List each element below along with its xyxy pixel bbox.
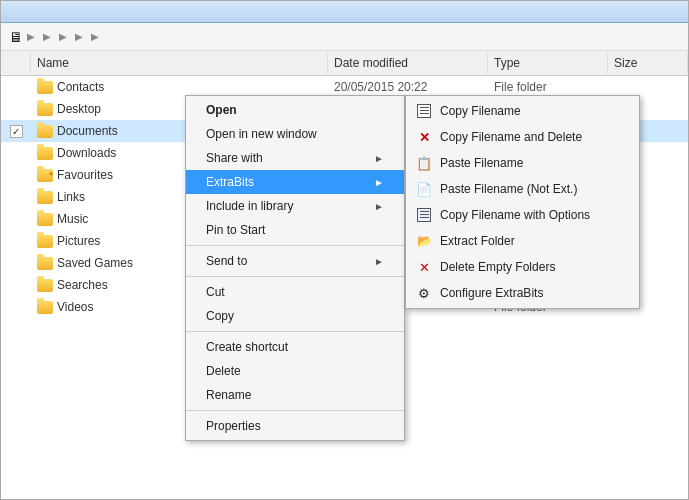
row-name-text: Searches (57, 278, 108, 292)
menu-label: Send to (206, 254, 247, 268)
row-checkbox[interactable] (1, 173, 31, 177)
extrabits-item-paste-noext[interactable]: 📄 Paste Filename (Not Ext.) (406, 176, 639, 202)
menu-label: ExtraBits (206, 175, 254, 189)
menu-label: Properties (206, 419, 261, 433)
menu-separator (186, 331, 404, 332)
row-name-text: Desktop (57, 102, 101, 116)
row-checkbox[interactable] (1, 107, 31, 111)
row-name-text: Documents (57, 124, 118, 138)
menu-label: Cut (206, 285, 225, 299)
row-checkbox[interactable] (1, 85, 31, 89)
extrabits-item-configure[interactable]: ⚙ Configure ExtraBits (406, 280, 639, 306)
row-checkbox[interactable] (1, 151, 31, 155)
folder-icon (37, 147, 53, 160)
menu-item-open[interactable]: Open (186, 98, 404, 122)
folder-icon (37, 279, 53, 292)
row-checkbox[interactable] (1, 283, 31, 287)
context-menu[interactable]: Open Open in new window Share with ► Ext… (185, 95, 405, 441)
paste-icon: 📋 (416, 155, 432, 171)
menu-item-pin-start[interactable]: Pin to Start (186, 218, 404, 242)
menu-label: Delete (206, 364, 241, 378)
menu-label: Rename (206, 388, 251, 402)
extrabits-item-paste-filename[interactable]: 📋 Paste Filename (406, 150, 639, 176)
extrabits-item-delete-empty[interactable]: ✕ Delete Empty Folders (406, 254, 639, 280)
row-checkbox[interactable] (1, 217, 31, 221)
breadcrumb-sep5: ▶ (91, 31, 99, 42)
paste-noext-icon: 📄 (416, 181, 432, 197)
row-name-text: Music (57, 212, 88, 226)
submenu-arrow: ► (374, 177, 384, 188)
menu-item-open-new-window[interactable]: Open in new window (186, 122, 404, 146)
breadcrumb-sep1: ▶ (27, 31, 35, 42)
row-name-text: Downloads (57, 146, 116, 160)
menu-separator (186, 276, 404, 277)
extrabits-label: Delete Empty Folders (440, 260, 555, 274)
copy-options-icon (416, 207, 432, 223)
menu-label: Open in new window (206, 127, 317, 141)
folder-icon (37, 213, 53, 226)
extrabits-label: Copy Filename and Delete (440, 130, 582, 144)
header-date[interactable]: Date modified (328, 53, 488, 73)
extrabits-label: Copy Filename with Options (440, 208, 590, 222)
menu-item-rename[interactable]: Rename (186, 383, 404, 407)
row-name-text: Links (57, 190, 85, 204)
folder-icon (37, 235, 53, 248)
row-name[interactable]: Contacts (31, 78, 328, 96)
extrabits-item-copy-filename-delete[interactable]: ✕ Copy Filename and Delete (406, 124, 639, 150)
extrabits-item-extract-folder[interactable]: 📂 Extract Folder (406, 228, 639, 254)
extract-icon: 📂 (416, 233, 432, 249)
folder-icon (37, 169, 53, 182)
menu-item-extrabits[interactable]: ExtraBits ► (186, 170, 404, 194)
menu-label: Open (206, 103, 237, 117)
submenu-arrow: ► (374, 256, 384, 267)
title-bar (1, 1, 688, 23)
header-checkbox (1, 53, 31, 73)
extrabits-label: Copy Filename (440, 104, 521, 118)
menu-item-send-to[interactable]: Send to ► (186, 249, 404, 273)
menu-item-cut[interactable]: Cut (186, 280, 404, 304)
extrabits-item-copy-filename[interactable]: Copy Filename (406, 98, 639, 124)
folder-icon (37, 257, 53, 270)
submenu-arrow: ► (374, 153, 384, 164)
extrabits-item-copy-options[interactable]: Copy Filename with Options (406, 202, 639, 228)
breadcrumb-sep2: ▶ (43, 31, 51, 42)
row-checkbox[interactable] (1, 305, 31, 309)
table-header: Name Date modified Type Size (1, 51, 688, 76)
menu-label: Share with (206, 151, 263, 165)
gear-icon: ⚙ (416, 285, 432, 301)
row-checkbox[interactable]: ✓ (1, 123, 31, 140)
row-checkbox[interactable] (1, 239, 31, 243)
menu-label: Pin to Start (206, 223, 265, 237)
menu-item-share-with[interactable]: Share with ► (186, 146, 404, 170)
row-checkbox[interactable] (1, 261, 31, 265)
menu-item-delete[interactable]: Delete (186, 359, 404, 383)
menu-label: Copy (206, 309, 234, 323)
row-name-text: Contacts (57, 80, 104, 94)
extrabits-label: Configure ExtraBits (440, 286, 543, 300)
row-name-text: Videos (57, 300, 93, 314)
row-name-text: Saved Games (57, 256, 133, 270)
menu-separator (186, 410, 404, 411)
menu-label: Include in library (206, 199, 293, 213)
menu-item-copy[interactable]: Copy (186, 304, 404, 328)
extrabits-label: Paste Filename (440, 156, 523, 170)
header-size[interactable]: Size (608, 53, 688, 73)
menu-item-create-shortcut[interactable]: Create shortcut (186, 335, 404, 359)
copy-delete-icon: ✕ (416, 129, 432, 145)
folder-icon (37, 191, 53, 204)
row-checkbox[interactable] (1, 195, 31, 199)
submenu-arrow: ► (374, 201, 384, 212)
header-name[interactable]: Name (31, 53, 328, 73)
extrabits-submenu[interactable]: Copy Filename ✕ Copy Filename and Delete… (405, 95, 640, 309)
menu-item-properties[interactable]: Properties (186, 414, 404, 438)
extrabits-label: Paste Filename (Not Ext.) (440, 182, 577, 196)
folder-icon (37, 103, 53, 116)
menu-separator (186, 245, 404, 246)
checkbox-checked[interactable]: ✓ (10, 125, 23, 138)
header-type[interactable]: Type (488, 53, 608, 73)
menu-item-include-library[interactable]: Include in library ► (186, 194, 404, 218)
row-date: 20/05/2015 20:22 (328, 78, 488, 96)
extrabits-label: Extract Folder (440, 234, 515, 248)
breadcrumb-icon: 🖥 (9, 29, 23, 45)
copy-icon (416, 103, 432, 119)
